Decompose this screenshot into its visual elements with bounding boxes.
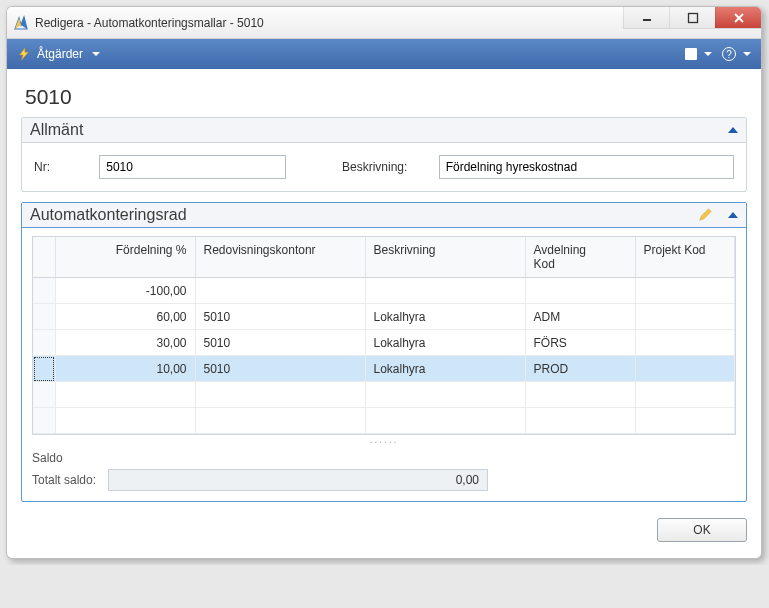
total-label: Totalt saldo: [32,473,96,487]
view-icon [685,48,697,60]
cell-beskrivning[interactable]: Lokalhyra [365,330,525,356]
panel-general: Allmänt Nr: Beskrivning: [21,117,747,192]
footer: OK [21,512,747,544]
panel-lines: Automatkonteringsrad Fördelning % Redovi… [21,202,747,502]
col-avdelning-line2: Kod [534,257,555,271]
panel-lines-header[interactable]: Automatkonteringsrad [22,203,746,228]
maximize-button[interactable] [669,7,715,29]
col-beskrivning[interactable]: Beskrivning [365,237,525,278]
saldo-area: Saldo Totalt saldo: [22,445,746,501]
panel-lines-title: Automatkonteringsrad [30,206,187,224]
titlebar-left: Redigera - Automatkonteringsmallar - 501… [13,15,264,31]
panel-general-body: Nr: Beskrivning: [22,143,746,191]
table-row[interactable]: 10,00 5010 Lokalhyra PROD [33,356,735,382]
minimize-icon [641,12,653,24]
total-value [108,469,488,491]
col-fordelning[interactable]: Fördelning % [55,237,195,278]
cell-beskrivning[interactable]: Lokalhyra [365,356,525,382]
view-menu[interactable] [685,48,712,60]
cell-fordelning[interactable]: 10,00 [55,356,195,382]
svg-marker-8 [700,209,711,220]
cell-projekt[interactable] [635,330,735,356]
help-menu[interactable]: ? [722,47,751,61]
table-row[interactable] [33,382,735,408]
minimize-button[interactable] [623,7,669,29]
bolt-icon [17,47,31,61]
nr-input[interactable] [99,155,286,179]
chevron-down-icon [743,52,751,56]
panel-general-title: Allmänt [30,121,83,139]
chevron-down-icon [704,52,712,56]
panel-general-header[interactable]: Allmänt [22,118,746,143]
cell-redovis[interactable]: 5010 [195,356,365,382]
chevron-down-icon [92,52,100,56]
window-title: Redigera - Automatkonteringsmallar - 501… [35,16,264,30]
cell-avdelning[interactable]: FÖRS [525,330,635,356]
lines-grid[interactable]: Fördelning % Redovisningskontonr Beskriv… [32,236,736,435]
table-row[interactable]: -100,00 [33,278,735,304]
pencil-icon[interactable] [698,208,712,222]
actions-label: Åtgärder [37,47,83,61]
col-redovis[interactable]: Redovisningskontonr [195,237,365,278]
col-avdelning[interactable]: Avdelning Kod [525,237,635,278]
svg-marker-7 [20,48,29,60]
descr-input[interactable] [439,155,734,179]
help-icon: ? [722,47,736,61]
nr-label: Nr: [34,160,81,174]
col-avdelning-line1: Avdelning [534,243,587,257]
ok-button[interactable]: OK [657,518,747,542]
app-icon [13,15,29,31]
cell-redovis[interactable] [195,278,365,304]
actions-menu[interactable]: Åtgärder [17,47,100,61]
grid-resize-handle[interactable]: ...... [32,435,736,445]
page-title: 5010 [25,85,743,109]
svg-rect-4 [688,13,697,22]
cell-beskrivning[interactable] [365,278,525,304]
cell-projekt[interactable] [635,356,735,382]
cell-projekt[interactable] [635,304,735,330]
cell-fordelning[interactable]: 60,00 [55,304,195,330]
col-projekt[interactable]: Projekt Kod [635,237,735,278]
cell-fordelning[interactable]: -100,00 [55,278,195,304]
cell-avdelning[interactable] [525,278,635,304]
chevron-up-icon [728,127,738,133]
chevron-up-icon [728,212,738,218]
descr-label: Beskrivning: [342,160,421,174]
cell-redovis[interactable]: 5010 [195,330,365,356]
cell-projekt[interactable] [635,278,735,304]
menubar-right: ? [685,47,751,61]
cell-avdelning[interactable]: ADM [525,304,635,330]
content-area: 5010 Allmänt Nr: Beskrivning: Automatkon… [7,69,761,558]
titlebar: Redigera - Automatkonteringsmallar - 501… [7,7,761,39]
titlebar-buttons [623,7,761,38]
close-button[interactable] [715,7,761,29]
table-row[interactable]: 30,00 5010 Lokalhyra FÖRS [33,330,735,356]
table-row[interactable]: 60,00 5010 Lokalhyra ADM [33,304,735,330]
cell-beskrivning[interactable]: Lokalhyra [365,304,525,330]
cell-redovis[interactable]: 5010 [195,304,365,330]
app-window: Redigera - Automatkonteringsmallar - 501… [6,6,762,559]
table-row[interactable] [33,408,735,434]
maximize-icon [687,12,699,24]
saldo-label: Saldo [32,451,736,465]
close-icon [733,12,745,24]
cell-avdelning[interactable]: PROD [525,356,635,382]
col-rowhead[interactable] [33,237,55,278]
menubar: Åtgärder ? [7,39,761,69]
cell-fordelning[interactable]: 30,00 [55,330,195,356]
